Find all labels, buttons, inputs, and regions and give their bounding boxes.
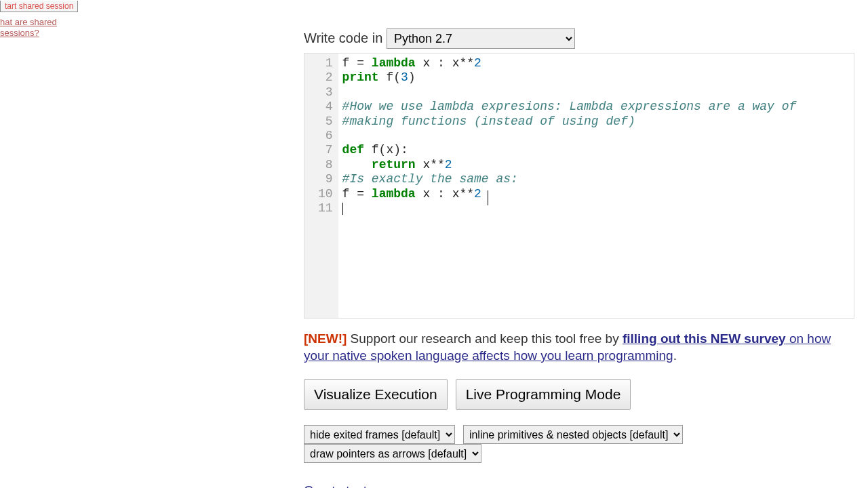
secondary-cursor — [488, 190, 488, 205]
main-content: Write code in Python 2.7 1 2 3 4 5 6 7 8… — [304, 0, 854, 488]
line-gutter: 1 2 3 4 5 6 7 8 9 10 11 — [304, 54, 338, 318]
survey-notice: [NEW!] Support our research and keep thi… — [304, 331, 854, 364]
survey-link[interactable]: filling out this NEW survey — [623, 331, 786, 346]
code-area[interactable]: f = lambda x : x**2 print f(3) #How we u… — [338, 54, 854, 318]
language-select[interactable]: Python 2.7 — [387, 28, 575, 49]
code-editor[interactable]: 1 2 3 4 5 6 7 8 9 10 11 f = lambda x : x… — [304, 53, 854, 319]
create-test-cases-link[interactable]: Create test cases — [304, 483, 404, 488]
shared-sessions-help-link[interactable]: hat are shared sessions? — [0, 17, 57, 38]
frames-select[interactable]: hide exited frames [default] — [304, 425, 455, 444]
live-mode-button[interactable]: Live Programming Mode — [456, 379, 631, 410]
text-cursor — [342, 203, 343, 215]
pointers-select[interactable]: draw pointers as arrows [default] — [304, 444, 481, 463]
language-row: Write code in Python 2.7 — [304, 28, 854, 49]
inline-select[interactable]: inline primitives & nested objects [defa… — [463, 425, 683, 444]
start-shared-session-button[interactable]: tart shared session — [0, 1, 78, 12]
action-buttons: Visualize Execution Live Programming Mod… — [304, 379, 854, 410]
options-row: hide exited frames [default] inline prim… — [304, 425, 854, 463]
notice-pretext: Support our research and keep this tool … — [347, 331, 623, 346]
sidebar: tart shared session hat are shared sessi… — [0, 0, 88, 38]
visualize-button[interactable]: Visualize Execution — [304, 379, 448, 410]
new-badge: [NEW!] — [304, 331, 347, 346]
language-label: Write code in — [304, 30, 382, 45]
